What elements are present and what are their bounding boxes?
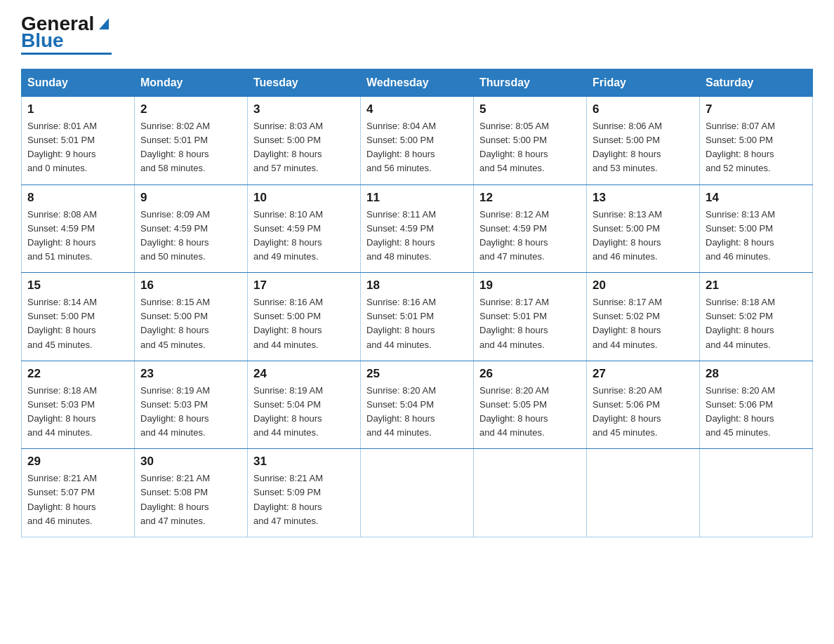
day-info: Sunrise: 8:20 AMSunset: 5:06 PMDaylight:… xyxy=(593,384,694,441)
day-number: 22 xyxy=(27,367,128,381)
day-number: 21 xyxy=(706,279,807,293)
day-number: 30 xyxy=(140,455,241,469)
day-info: Sunrise: 8:07 AMSunset: 5:00 PMDaylight:… xyxy=(706,119,807,176)
day-info: Sunrise: 8:19 AMSunset: 5:03 PMDaylight:… xyxy=(140,384,241,441)
day-number: 26 xyxy=(479,367,581,381)
col-header-saturday: Saturday xyxy=(700,69,813,97)
week-row-4: 22 Sunrise: 8:18 AMSunset: 5:03 PMDaylig… xyxy=(22,361,813,449)
day-number: 5 xyxy=(479,102,581,116)
logo-blue-text: Blue xyxy=(21,31,64,51)
day-number: 12 xyxy=(479,191,581,205)
day-info: Sunrise: 8:13 AMSunset: 5:00 PMDaylight:… xyxy=(706,208,807,264)
week-row-3: 15 Sunrise: 8:14 AMSunset: 5:00 PMDaylig… xyxy=(22,273,813,361)
day-number: 16 xyxy=(140,279,241,293)
day-number: 25 xyxy=(366,367,468,381)
week-row-2: 8 Sunrise: 8:08 AMSunset: 4:59 PMDayligh… xyxy=(22,185,813,273)
col-header-monday: Monday xyxy=(135,69,248,97)
day-cell: 16 Sunrise: 8:15 AMSunset: 5:00 PMDaylig… xyxy=(135,273,248,361)
day-cell: 29 Sunrise: 8:21 AMSunset: 5:07 PMDaylig… xyxy=(22,449,135,537)
day-info: Sunrise: 8:20 AMSunset: 5:04 PMDaylight:… xyxy=(366,384,468,441)
day-cell: 26 Sunrise: 8:20 AMSunset: 5:05 PMDaylig… xyxy=(474,361,587,449)
day-cell: 14 Sunrise: 8:13 AMSunset: 5:00 PMDaylig… xyxy=(700,185,813,273)
day-cell: 9 Sunrise: 8:09 AMSunset: 4:59 PMDayligh… xyxy=(135,185,248,273)
day-info: Sunrise: 8:16 AMSunset: 5:00 PMDaylight:… xyxy=(253,295,355,352)
day-number: 14 xyxy=(706,191,807,205)
day-info: Sunrise: 8:21 AMSunset: 5:09 PMDaylight:… xyxy=(253,471,355,528)
day-number: 31 xyxy=(253,455,355,469)
day-info: Sunrise: 8:13 AMSunset: 5:00 PMDaylight:… xyxy=(593,208,694,264)
day-cell: 13 Sunrise: 8:13 AMSunset: 5:00 PMDaylig… xyxy=(587,185,700,273)
day-cell: 8 Sunrise: 8:08 AMSunset: 4:59 PMDayligh… xyxy=(22,185,135,273)
day-cell: 15 Sunrise: 8:14 AMSunset: 5:00 PMDaylig… xyxy=(22,273,135,361)
day-number: 28 xyxy=(706,367,807,381)
logo: General Blue xyxy=(21,14,112,55)
day-number: 3 xyxy=(253,102,355,116)
day-number: 1 xyxy=(27,102,128,116)
day-cell: 28 Sunrise: 8:20 AMSunset: 5:06 PMDaylig… xyxy=(700,361,813,449)
day-info: Sunrise: 8:02 AMSunset: 5:01 PMDaylight:… xyxy=(140,119,241,176)
day-number: 8 xyxy=(27,191,128,205)
day-info: Sunrise: 8:11 AMSunset: 4:59 PMDaylight:… xyxy=(366,208,468,264)
day-cell: 31 Sunrise: 8:21 AMSunset: 5:09 PMDaylig… xyxy=(248,449,361,537)
day-cell xyxy=(474,449,587,537)
day-cell: 20 Sunrise: 8:17 AMSunset: 5:02 PMDaylig… xyxy=(587,273,700,361)
logo-underline xyxy=(21,53,112,55)
col-header-sunday: Sunday xyxy=(22,69,135,97)
day-info: Sunrise: 8:04 AMSunset: 5:00 PMDaylight:… xyxy=(366,119,468,176)
col-header-thursday: Thursday xyxy=(474,69,587,97)
day-number: 9 xyxy=(140,191,241,205)
day-info: Sunrise: 8:03 AMSunset: 5:00 PMDaylight:… xyxy=(253,119,355,176)
col-header-tuesday: Tuesday xyxy=(248,69,361,97)
day-cell: 25 Sunrise: 8:20 AMSunset: 5:04 PMDaylig… xyxy=(361,361,474,449)
day-cell: 17 Sunrise: 8:16 AMSunset: 5:00 PMDaylig… xyxy=(248,273,361,361)
day-cell xyxy=(587,449,700,537)
calendar-table: SundayMondayTuesdayWednesdayThursdayFrid… xyxy=(21,69,813,537)
day-info: Sunrise: 8:15 AMSunset: 5:00 PMDaylight:… xyxy=(140,295,241,352)
svg-marker-0 xyxy=(99,18,109,29)
day-info: Sunrise: 8:16 AMSunset: 5:01 PMDaylight:… xyxy=(366,295,468,352)
day-info: Sunrise: 8:20 AMSunset: 5:05 PMDaylight:… xyxy=(479,384,581,441)
day-info: Sunrise: 8:06 AMSunset: 5:00 PMDaylight:… xyxy=(593,119,694,176)
day-cell: 24 Sunrise: 8:19 AMSunset: 5:04 PMDaylig… xyxy=(248,361,361,449)
day-cell: 21 Sunrise: 8:18 AMSunset: 5:02 PMDaylig… xyxy=(700,273,813,361)
day-number: 15 xyxy=(27,279,128,293)
day-cell: 12 Sunrise: 8:12 AMSunset: 4:59 PMDaylig… xyxy=(474,185,587,273)
day-info: Sunrise: 8:08 AMSunset: 4:59 PMDaylight:… xyxy=(27,208,128,264)
day-info: Sunrise: 8:17 AMSunset: 5:01 PMDaylight:… xyxy=(479,295,581,352)
day-cell: 10 Sunrise: 8:10 AMSunset: 4:59 PMDaylig… xyxy=(248,185,361,273)
day-number: 27 xyxy=(593,367,694,381)
day-info: Sunrise: 8:14 AMSunset: 5:00 PMDaylight:… xyxy=(27,295,128,352)
week-row-5: 29 Sunrise: 8:21 AMSunset: 5:07 PMDaylig… xyxy=(22,449,813,537)
day-number: 18 xyxy=(366,279,468,293)
day-cell: 22 Sunrise: 8:18 AMSunset: 5:03 PMDaylig… xyxy=(22,361,135,449)
col-header-friday: Friday xyxy=(587,69,700,97)
day-cell: 19 Sunrise: 8:17 AMSunset: 5:01 PMDaylig… xyxy=(474,273,587,361)
day-info: Sunrise: 8:19 AMSunset: 5:04 PMDaylight:… xyxy=(253,384,355,441)
day-number: 19 xyxy=(479,279,581,293)
day-number: 6 xyxy=(593,102,694,116)
day-number: 17 xyxy=(253,279,355,293)
day-number: 4 xyxy=(366,102,468,116)
day-cell: 27 Sunrise: 8:20 AMSunset: 5:06 PMDaylig… xyxy=(587,361,700,449)
day-cell xyxy=(700,449,813,537)
day-info: Sunrise: 8:18 AMSunset: 5:03 PMDaylight:… xyxy=(27,384,128,441)
day-cell: 7 Sunrise: 8:07 AMSunset: 5:00 PMDayligh… xyxy=(700,97,813,185)
logo-triangle-icon xyxy=(96,15,112,31)
day-number: 13 xyxy=(593,191,694,205)
day-info: Sunrise: 8:18 AMSunset: 5:02 PMDaylight:… xyxy=(706,295,807,352)
day-info: Sunrise: 8:21 AMSunset: 5:08 PMDaylight:… xyxy=(140,471,241,528)
day-number: 2 xyxy=(140,102,241,116)
day-cell: 11 Sunrise: 8:11 AMSunset: 4:59 PMDaylig… xyxy=(361,185,474,273)
day-number: 20 xyxy=(593,279,694,293)
day-cell: 5 Sunrise: 8:05 AMSunset: 5:00 PMDayligh… xyxy=(474,97,587,185)
page-header: General Blue xyxy=(21,14,813,55)
day-number: 29 xyxy=(27,455,128,469)
day-cell: 1 Sunrise: 8:01 AMSunset: 5:01 PMDayligh… xyxy=(22,97,135,185)
day-info: Sunrise: 8:20 AMSunset: 5:06 PMDaylight:… xyxy=(706,384,807,441)
day-info: Sunrise: 8:05 AMSunset: 5:00 PMDaylight:… xyxy=(479,119,581,176)
day-cell: 30 Sunrise: 8:21 AMSunset: 5:08 PMDaylig… xyxy=(135,449,248,537)
calendar-header-row: SundayMondayTuesdayWednesdayThursdayFrid… xyxy=(22,69,813,97)
day-cell: 18 Sunrise: 8:16 AMSunset: 5:01 PMDaylig… xyxy=(361,273,474,361)
week-row-1: 1 Sunrise: 8:01 AMSunset: 5:01 PMDayligh… xyxy=(22,97,813,185)
day-number: 11 xyxy=(366,191,468,205)
